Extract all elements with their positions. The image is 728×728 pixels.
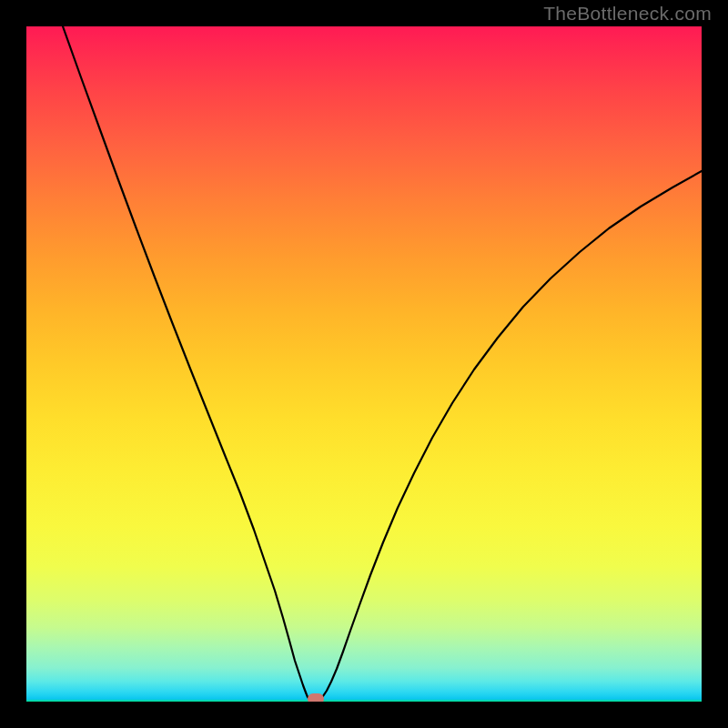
chart-area [26, 26, 702, 702]
curve-line [26, 26, 702, 702]
optimal-point-marker [308, 693, 324, 702]
watermark-text: TheBottleneck.com [543, 3, 712, 25]
